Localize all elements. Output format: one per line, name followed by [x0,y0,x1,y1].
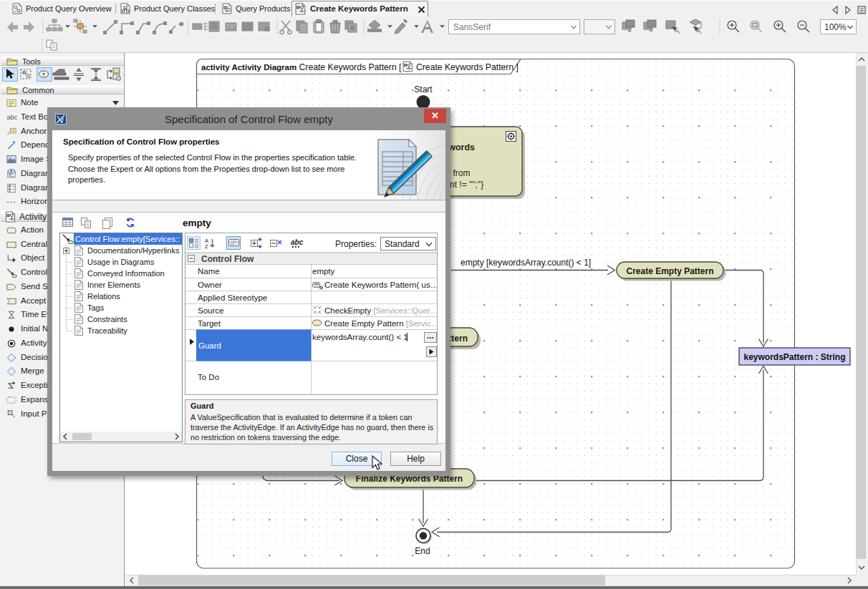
svg-text:...: ... [427,331,434,340]
svg-text:empty [keywordsArray.count() <: empty [keywordsArray.count() < 1] [460,258,591,268]
svg-text:empty: empty [312,267,335,276]
svg-text:Target: Target [198,319,221,328]
svg-text:Source: Source [198,306,223,315]
svg-text:Create Keywords Pattern ]: Create Keywords Pattern ] [416,62,519,72]
svg-text:keywordsArray.count() < 1: keywordsArray.count() < 1 [312,333,408,341]
svg-text:To Do: To Do [198,373,219,381]
svg-text:from: from [453,168,471,178]
svg-text:Name: Name [198,267,220,276]
svg-text:abc: abc [6,113,17,121]
svg-text:Start: Start [414,84,433,94]
svg-text:Create Empty Pattern: Create Empty Pattern [626,266,713,276]
svg-text:Control Flow: Control Flow [201,254,254,264]
svg-text:activity Activity Diagram Crea: activity Activity Diagram Create Keyword… [201,62,402,72]
svg-text:Applied Stereotype: Applied Stereotype [198,293,267,302]
svg-text:Create Empty Pattern [Servic…: Create Empty Pattern [Servic… [324,319,437,328]
svg-text:nt != "";"}: nt != "";"} [450,180,483,190]
svg-text:CheckEmpty [Services::Quer…: CheckEmpty [Services::Quer… [324,306,437,315]
svg-text:Guard: Guard [198,341,221,350]
svg-text:End: End [415,546,430,556]
svg-text:Owner: Owner [198,281,222,289]
svg-text:Create Keywords Pattern( us…: Create Keywords Pattern( us… [324,281,437,289]
svg-text:keywordsPattern : String: keywordsPattern : String [743,352,845,362]
